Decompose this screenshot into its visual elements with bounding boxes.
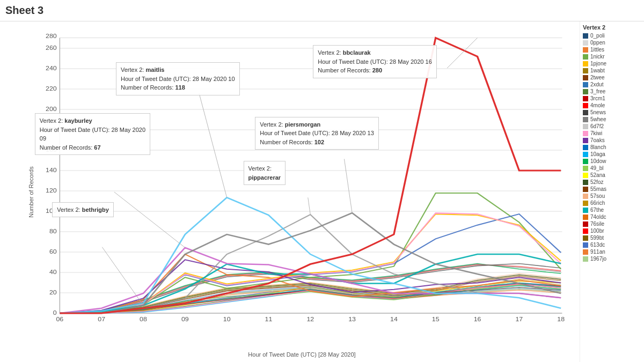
legend-item: 1wabt xyxy=(583,68,641,73)
svg-text:10: 10 xyxy=(223,316,231,323)
legend-item: 1pjone xyxy=(583,61,641,67)
legend-item: 3_free xyxy=(583,88,641,94)
legend-color-swatch xyxy=(583,75,588,80)
legend-item-label: 52foz xyxy=(590,179,603,185)
svg-text:240: 240 xyxy=(46,65,57,72)
legend-color-swatch xyxy=(583,208,588,213)
chart-svg: 0 20 40 60 80 100 120 140 160 180 200 22… xyxy=(30,27,574,335)
legend-item: 2twee xyxy=(583,75,641,80)
legend-area: Vertex 2 0_poli0ppen1ittles1nickr1pjone1… xyxy=(580,21,644,362)
legend-item-label: 10dow xyxy=(590,158,606,164)
main-content: Number of Records xyxy=(0,21,644,362)
legend-item-label: 6d7f2 xyxy=(590,123,604,129)
legend-item: 3rcm1 xyxy=(583,95,641,101)
legend-item-label: 0_poli xyxy=(590,33,605,39)
legend-color-swatch xyxy=(583,159,588,164)
legend-item: 76sile xyxy=(583,221,641,227)
legend-item-label: 1ittles xyxy=(590,47,604,53)
legend-color-swatch xyxy=(583,103,588,108)
svg-text:11: 11 xyxy=(265,316,273,323)
legend-item-label: 52ana xyxy=(590,172,605,178)
svg-text:260: 260 xyxy=(46,45,57,51)
legend-item-label: 2twee xyxy=(590,75,605,80)
svg-text:60: 60 xyxy=(49,248,57,255)
legend-color-swatch xyxy=(583,61,588,67)
svg-text:14: 14 xyxy=(390,316,398,323)
legend-item: 57sou xyxy=(583,193,641,199)
svg-text:100: 100 xyxy=(46,208,57,215)
legend-item: 52ana xyxy=(583,172,641,178)
legend-item: 66rich xyxy=(583,200,641,206)
svg-text:08: 08 xyxy=(140,316,147,323)
svg-text:18: 18 xyxy=(557,316,565,323)
legend-item-label: 7oaks xyxy=(590,137,605,143)
legend-item: 100br xyxy=(583,228,641,234)
svg-text:220: 220 xyxy=(46,85,57,92)
legend-item-label: 1967jo xyxy=(590,256,606,262)
legend-item-label: 67the xyxy=(590,207,604,213)
x-axis-label: Hour of Tweet Date (UTC) [28 May 2020] xyxy=(30,351,574,358)
svg-text:140: 140 xyxy=(46,167,57,174)
legend-item-label: 1pjone xyxy=(590,61,606,67)
legend-item-label: 1wabt xyxy=(590,68,605,73)
svg-text:15: 15 xyxy=(432,316,440,323)
legend-color-swatch xyxy=(583,194,588,199)
chart-area: Number of Records xyxy=(0,21,580,362)
legend-item-label: 3_free xyxy=(590,88,605,94)
legend-color-swatch xyxy=(583,201,588,206)
legend-item: 1nickr xyxy=(583,54,641,60)
legend-color-swatch xyxy=(583,228,588,234)
legend-item: 1967jo xyxy=(583,256,641,262)
svg-text:13: 13 xyxy=(348,316,356,323)
legend-item-label: 57sou xyxy=(590,193,605,199)
legend-item-label: 76sile xyxy=(590,221,604,227)
legend-color-swatch xyxy=(583,187,588,192)
legend-color-swatch xyxy=(583,54,588,60)
legend-color-swatch xyxy=(583,131,588,136)
legend-color-swatch xyxy=(583,145,588,150)
legend-color-swatch xyxy=(583,110,588,115)
svg-text:280: 280 xyxy=(46,32,57,39)
legend-item-label: 7kiwi xyxy=(590,130,602,136)
legend-item: 599bt xyxy=(583,235,641,241)
legend-item-label: 4mole xyxy=(590,102,605,108)
svg-text:200: 200 xyxy=(46,106,57,113)
legend-item: 67the xyxy=(583,207,641,213)
legend-color-swatch xyxy=(583,180,588,185)
svg-text:16: 16 xyxy=(474,316,481,323)
legend-color-swatch xyxy=(583,166,588,171)
legend-item-label: 613dc xyxy=(590,242,605,248)
legend-color-swatch xyxy=(583,68,588,73)
legend-item-label: 5whee xyxy=(590,116,606,122)
legend-item: 5news xyxy=(583,109,641,115)
legend-color-swatch xyxy=(583,242,588,248)
legend-color-swatch xyxy=(583,215,588,220)
legend-item-label: 1nickr xyxy=(590,54,605,60)
legend-item-label: 49_bl xyxy=(590,165,603,171)
svg-line-45 xyxy=(199,93,227,197)
page-header: Sheet 3 xyxy=(0,0,644,21)
legend-item-label: 10aga xyxy=(590,151,605,157)
legend-color-swatch xyxy=(583,47,588,53)
legend-item-label: 55mas xyxy=(590,186,606,192)
legend-color-swatch xyxy=(583,33,588,39)
svg-text:07: 07 xyxy=(98,316,105,323)
legend-items: 0_poli0ppen1ittles1nickr1pjone1wabt2twee… xyxy=(583,33,641,262)
legend-color-swatch xyxy=(583,235,588,241)
legend-color-swatch xyxy=(583,256,588,262)
legend-item-label: 911an xyxy=(590,249,605,255)
legend-item: 6d7f2 xyxy=(583,123,641,129)
legend-item: 1ittles xyxy=(583,47,641,53)
legend-item-label: 66rich xyxy=(590,200,605,206)
legend-color-swatch xyxy=(583,89,588,94)
legend-color-swatch xyxy=(583,138,588,143)
legend-color-swatch xyxy=(583,152,588,157)
legend-color-swatch xyxy=(583,117,588,122)
svg-line-48 xyxy=(114,192,185,248)
legend-item-label: 74oldc xyxy=(590,214,606,220)
legend-color-swatch xyxy=(583,173,588,178)
svg-text:180: 180 xyxy=(46,126,57,133)
svg-text:09: 09 xyxy=(181,316,189,323)
legend-color-swatch xyxy=(583,249,588,255)
legend-item: 0_poli xyxy=(583,33,641,39)
